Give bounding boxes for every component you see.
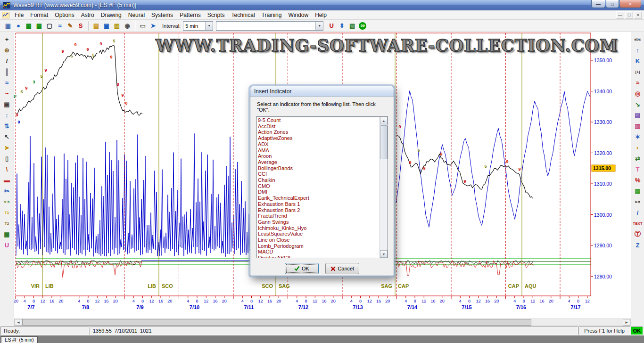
menu-item-window[interactable]: Window — [285, 10, 312, 19]
half-level-tool[interactable]: 0.5 — [632, 196, 644, 207]
list-item-aroon[interactable]: Aroon — [256, 153, 380, 159]
horizontal-scrollbar[interactable]: ◄ ► — [14, 318, 631, 326]
scroll-track[interactable] — [22, 319, 623, 326]
compass-tool[interactable]: ✶ — [632, 131, 644, 142]
list-item-chaikin[interactable]: Chaikin — [256, 177, 380, 183]
cancel-button[interactable]: Cancel — [325, 263, 359, 274]
dialog-title-bar[interactable]: Insert Indicator — [250, 86, 394, 97]
numbers-tool[interactable]: [1] — [632, 66, 644, 77]
scroll-right-icon[interactable]: ► — [623, 319, 630, 326]
list-item-9-5-count[interactable]: 9-5 Count — [256, 117, 380, 123]
print-icon[interactable]: ▭ — [138, 21, 148, 31]
list-item-overlay-ascii[interactable]: Overlay ASCII — [256, 255, 380, 258]
menu-item-patterns[interactable]: Patterns — [176, 10, 204, 19]
list-item-macd[interactable]: MACD — [256, 249, 380, 255]
title-bar[interactable]: Wave59 RT (www.wave59.com) - [ES #F (5 m… — [0, 0, 644, 10]
bars-tool[interactable]: ▥ — [632, 121, 644, 131]
chevron-down-icon[interactable]: ▼ — [205, 22, 213, 30]
list-item-line-on-close[interactable]: Line on Close — [256, 237, 380, 243]
expand-vertical-tool[interactable]: ↕ — [1, 110, 13, 120]
diagonal-tool[interactable]: / — [632, 207, 644, 218]
monitor-icon[interactable]: ▢ — [44, 21, 55, 31]
count-95-tool[interactable]: 9·5 — [1, 196, 13, 207]
watch-list-icon[interactable]: ▦ — [34, 21, 44, 31]
pages-icon[interactable]: ▣ — [3, 21, 13, 31]
percent-tool[interactable]: % — [632, 175, 644, 185]
trendline-tool[interactable]: / — [1, 56, 13, 66]
paint-tool[interactable]: \ — [1, 164, 13, 174]
channel-tool[interactable]: K — [632, 56, 644, 66]
list-item-average[interactable]: Average — [256, 159, 380, 165]
mdi-restore-button[interactable]: □ — [625, 11, 633, 18]
list-item-accdist[interactable]: AccDist — [256, 123, 380, 130]
refresh-chart-icon[interactable]: ▧ — [347, 21, 357, 31]
menu-item-drawing[interactable]: Drawing — [98, 10, 125, 19]
t1-tool[interactable]: T1 — [1, 207, 13, 218]
t2-tool[interactable]: T2 — [1, 218, 13, 229]
close-button[interactable]: × — [619, 0, 641, 8]
crosshair-tool[interactable]: + — [1, 34, 13, 44]
list-item-adaptivezones[interactable]: AdaptiveZones — [256, 135, 380, 141]
symbol-combo[interactable]: ▼ — [216, 21, 323, 31]
list-item-exhaustion-bars-1[interactable]: Exhaustion Bars 1 — [256, 201, 380, 207]
delete-tool[interactable]: ▯ — [1, 153, 13, 163]
target-tool[interactable]: ◎ — [632, 88, 644, 98]
list-scroll-thumb[interactable] — [380, 125, 388, 159]
magnet-tool[interactable]: U — [1, 240, 13, 250]
globe-icon[interactable]: ● — [13, 21, 24, 31]
gradient-box-tool[interactable]: ▨ — [632, 110, 644, 120]
mosaic-tool[interactable]: ▦ — [632, 186, 644, 196]
waves-tool[interactable]: ≈ — [632, 77, 644, 88]
box-tool[interactable]: ▣ — [1, 99, 13, 109]
list-scrollbar[interactable]: ▲ ▼ — [380, 117, 388, 258]
chart-settings-icon[interactable]: ▥ — [112, 21, 122, 31]
ok-button[interactable]: OK — [285, 263, 319, 274]
scripts-icon[interactable]: S — [75, 21, 86, 31]
snapshot-icon[interactable]: ◉ — [122, 21, 132, 31]
menu-item-neural[interactable]: Neural — [125, 10, 148, 19]
list-item-ama[interactable]: AMA — [256, 147, 380, 154]
drawing-tools-icon[interactable]: ✎ — [65, 21, 75, 31]
cycle-tool[interactable]: ~ — [1, 88, 13, 98]
pointer-tool[interactable]: ↖ — [1, 131, 13, 142]
scroll-up-icon[interactable]: ▲ — [380, 117, 388, 124]
label-tool[interactable]: abc — [632, 34, 644, 44]
menu-item-technical[interactable]: Technical — [228, 10, 258, 19]
mdi-minimize-button[interactable]: — — [616, 11, 624, 18]
menu-item-file[interactable]: File — [11, 10, 27, 19]
chevron-down-icon[interactable]: ▼ — [315, 22, 323, 30]
list-item-fractaltrend[interactable]: FractalTrend — [256, 213, 380, 219]
forward-icon[interactable]: ➤ — [148, 21, 158, 31]
hand-select-tool[interactable]: ➤ — [1, 142, 13, 153]
scroll-thumb[interactable] — [22, 319, 531, 326]
undo-icon[interactable]: U — [326, 21, 337, 31]
text-tool[interactable]: TEXT — [632, 218, 644, 229]
menu-item-training[interactable]: Training — [258, 10, 285, 19]
menu-item-systems[interactable]: Systems — [148, 10, 176, 19]
list-item-adx[interactable]: ADX — [256, 141, 380, 147]
minimize-button[interactable]: — — [591, 0, 605, 8]
list-item-bollingerbands[interactable]: BollingerBands — [256, 165, 380, 172]
eraser-tool[interactable]: ▬ — [1, 175, 13, 185]
scissors-tool[interactable]: ✂ — [1, 186, 13, 196]
zigzag-tool[interactable]: Z — [632, 240, 644, 250]
list-item-dmi[interactable]: DMI — [256, 189, 380, 195]
interval-select[interactable]: 5 min ▼ — [183, 21, 213, 31]
arrow-tool[interactable]: ↑ — [632, 45, 644, 55]
tab-es-5min[interactable]: ES #F (5 min) — [1, 336, 38, 343]
menu-item-format[interactable]: Format — [27, 10, 51, 19]
moon-tool[interactable]: ◗ — [632, 142, 644, 153]
grid-tool[interactable]: ▦ — [1, 229, 13, 239]
quote-board-icon[interactable]: ▦ — [24, 21, 34, 31]
scale-icon[interactable]: ⇕ — [337, 21, 347, 31]
elliott-wave-tool[interactable]: ≈ — [1, 77, 13, 88]
save-icon[interactable]: ▣ — [101, 21, 112, 31]
slope-tool[interactable]: ↘ — [632, 99, 644, 109]
list-item-lomb-periodogram[interactable]: Lomb_Periodogram — [256, 243, 380, 249]
list-item-cci[interactable]: CCI — [256, 171, 380, 177]
list-item-action-zones[interactable]: Action Zones — [256, 129, 380, 135]
pin-tool[interactable]: T — [632, 164, 644, 174]
pan-tool[interactable]: ⊕ — [1, 45, 13, 55]
menu-item-scripts[interactable]: Scripts — [204, 10, 228, 19]
list-item-leastsquaresvalue[interactable]: LeastSquaresValue — [256, 231, 380, 237]
